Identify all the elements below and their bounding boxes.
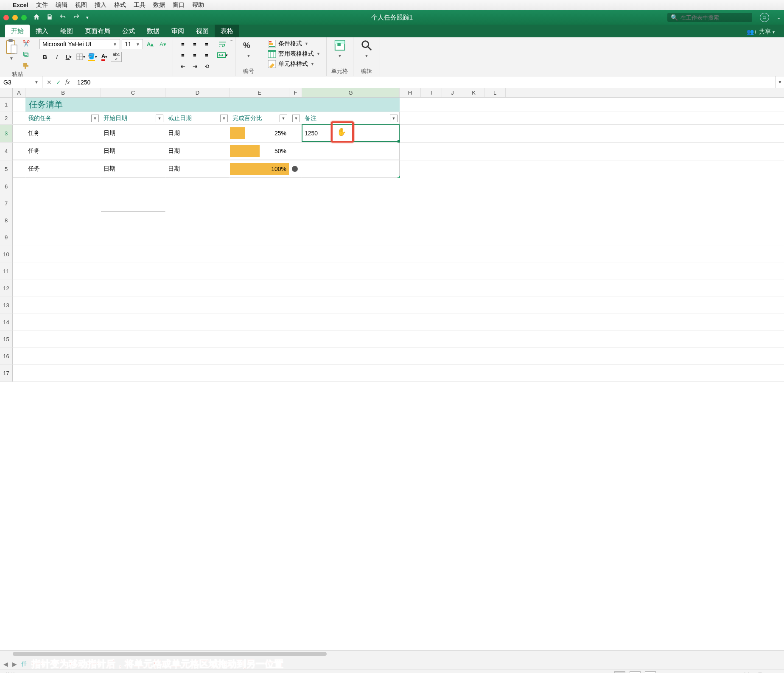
align-right-icon[interactable]: ≡ [201,50,212,60]
cell[interactable]: 日期 [101,125,165,142]
insert-cells-button[interactable]: ▼ [331,39,349,58]
tab-review[interactable]: 审阅 [165,25,190,37]
orientation-icon[interactable]: ⟲ [201,61,212,71]
cell[interactable] [289,125,302,142]
redo-icon[interactable] [73,14,80,22]
scrollbar-thumb[interactable] [13,652,327,656]
menu-format[interactable]: 格式 [114,1,126,9]
filter-icon[interactable]: ▼ [220,115,228,122]
cell-selected[interactable]: 1250 ✋ [302,125,400,142]
row-header[interactable]: 13 [0,297,13,314]
tab-formulas[interactable]: 公式 [116,25,141,37]
normal-view-icon[interactable]: ▦ [614,671,625,673]
decrease-font-icon[interactable]: A▾ [157,39,168,49]
name-box[interactable]: G3▼ [0,76,42,88]
italic-button[interactable]: I [51,52,62,62]
cell[interactable]: 25% [230,125,289,142]
feedback-icon[interactable]: ☺ [760,13,769,22]
cell[interactable]: 日期 [101,160,165,178]
tab-data[interactable]: 数据 [141,25,165,37]
cell[interactable] [13,112,25,124]
select-all-corner[interactable] [0,88,13,97]
underline-button[interactable]: U▾ [63,52,74,62]
wrap-text-icon[interactable] [214,39,231,49]
row-header[interactable]: 8 [0,212,13,229]
cell[interactable] [13,195,25,212]
fill-color-button[interactable]: 🪣▾ [87,52,98,62]
filter-icon[interactable]: ▼ [280,115,287,122]
filter-icon[interactable]: ▼ [91,115,99,122]
collapse-ribbon-icon[interactable]: ⌃ [230,39,233,45]
cell[interactable] [13,143,25,160]
table-resize-handle[interactable] [398,176,400,178]
row-header[interactable]: 4 [0,143,13,160]
row-header[interactable]: 9 [0,229,13,246]
sheet-area[interactable]: A B C D E F G H I J K L 1 任务清单 2 我的任务▼ 开… [0,88,784,650]
border-button[interactable]: ▾ [75,52,86,62]
app-name[interactable]: Excel [13,2,28,8]
menu-edit[interactable]: 编辑 [56,1,67,9]
tab-draw[interactable]: 绘图 [54,25,79,37]
col-header-H[interactable]: H [400,88,421,97]
col-header-K[interactable]: K [463,88,484,97]
header-f[interactable]: ▼ [289,112,302,124]
decrease-indent-icon[interactable]: ⇤ [177,61,188,71]
cell[interactable] [13,125,25,142]
home-icon[interactable] [33,13,40,22]
tab-view[interactable]: 视图 [190,25,215,37]
cell[interactable]: 日期 [101,143,165,160]
increase-font-icon[interactable]: A▴ [145,39,156,49]
header-task[interactable]: 我的任务▼ [25,112,101,124]
col-header-D[interactable]: D [165,88,230,97]
filter-icon[interactable]: ▼ [292,115,300,122]
filter-icon[interactable]: ▼ [390,115,398,122]
col-header-G[interactable]: G [302,88,400,97]
find-button[interactable]: ▼ [358,39,375,58]
align-middle-icon[interactable]: ≡ [189,39,200,49]
menu-window[interactable]: 窗口 [173,1,185,9]
qat-customize-icon[interactable]: ▾ [86,15,89,20]
row-header[interactable]: 7 [0,195,13,212]
cell[interactable] [25,195,101,212]
row-header[interactable]: 14 [0,314,13,331]
cell[interactable]: 任务 [25,143,101,160]
tab-table[interactable]: 表格 [215,25,239,37]
row-header[interactable]: 16 [0,348,13,365]
fx-icon[interactable]: fx [65,79,70,86]
table-format-button[interactable]: 套用表格格式 ▼ [266,49,322,59]
menu-data[interactable]: 数据 [153,1,165,9]
paste-button[interactable]: ▼ [4,39,19,70]
col-header-A[interactable]: A [13,88,25,97]
col-header-J[interactable]: J [442,88,463,97]
filter-icon[interactable]: ▼ [156,115,163,122]
row-header[interactable]: 1 [0,98,13,112]
cell[interactable]: 100% [230,160,289,178]
align-top-icon[interactable]: ≡ [177,39,188,49]
cell[interactable]: 任务 [25,160,101,178]
number-format-button[interactable]: % ▼ [240,39,258,58]
next-sheet-icon[interactable]: ▶ [12,661,17,667]
copy-icon[interactable] [21,50,31,59]
tab-layout[interactable]: 页面布局 [79,25,116,37]
col-header-L[interactable]: L [484,88,506,97]
tab-home[interactable]: 开始 [5,25,30,37]
menu-help[interactable]: 帮助 [192,1,204,9]
cell[interactable]: 日期 [165,160,230,178]
tab-insert[interactable]: 插入 [30,25,54,37]
row-header[interactable]: 3 [0,125,13,142]
row-header[interactable]: 12 [0,280,13,297]
font-name-combo[interactable]: Microsoft YaHei UI▼ [39,39,120,49]
cell[interactable]: 50% [230,143,289,160]
page-layout-view-icon[interactable]: ▤ [630,671,641,673]
undo-icon[interactable] [59,14,67,22]
cell[interactable] [289,160,302,178]
cell[interactable]: 任务 [25,125,101,142]
sheet-search[interactable]: 🔍 [667,13,752,22]
row-header[interactable]: 2 [0,112,13,124]
font-color-button[interactable]: A▾ [99,52,110,62]
row-header[interactable]: 15 [0,331,13,348]
bold-button[interactable]: B [39,52,50,62]
save-icon[interactable] [46,14,53,22]
col-header-E[interactable]: E [230,88,289,97]
cell-styles-button[interactable]: 单元格样式 ▼ [266,59,322,69]
